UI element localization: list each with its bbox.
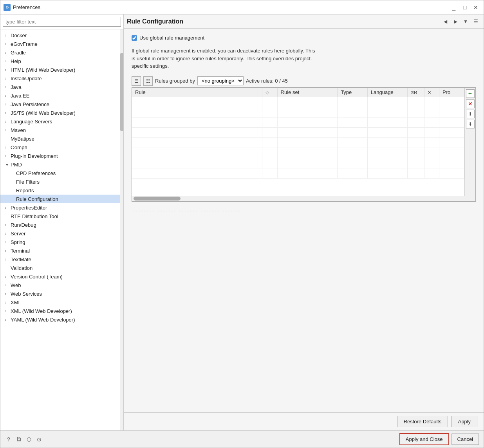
- tree-item[interactable]: ›XML (Wild Web Developer): [0, 307, 120, 315]
- grouped-by-select[interactable]: <no grouping> Rule set Type Language: [197, 76, 244, 85]
- expand-arrow-icon: ›: [5, 68, 11, 72]
- window-controls: ⎯ □ ✕: [449, 3, 480, 12]
- col-pro[interactable]: Pro: [439, 88, 464, 97]
- table-cell: [439, 168, 464, 178]
- info-icon[interactable]: ⊙: [36, 436, 43, 443]
- nav-dropdown-button[interactable]: ▼: [461, 17, 470, 26]
- tree-item[interactable]: ›Docker: [0, 31, 120, 40]
- expand-button[interactable]: ☷: [143, 76, 153, 86]
- table-row[interactable]: [132, 168, 464, 178]
- select-all-button[interactable]: ☰: [132, 76, 141, 86]
- table-row[interactable]: [132, 107, 464, 117]
- tree-item[interactable]: ›Java: [0, 83, 120, 91]
- col-type[interactable]: Type: [338, 88, 368, 97]
- bottom-bar-right: Apply and Close Cancel: [399, 433, 479, 445]
- add-rule-button[interactable]: +: [466, 89, 475, 98]
- table-cell: [277, 117, 338, 127]
- table-cell: [367, 168, 407, 178]
- col-diamond[interactable]: ◇: [262, 88, 277, 97]
- tree-item[interactable]: MyBatipse: [0, 134, 120, 143]
- nav-strip: Rule Configuration ◀ ▶ ▼ ☰: [124, 14, 484, 29]
- tree-item[interactable]: ›Oomph: [0, 143, 120, 152]
- horizontal-scrollbar[interactable]: [134, 197, 181, 201]
- col-ruleset[interactable]: Rule set: [277, 88, 338, 97]
- export-icon[interactable]: 🖺: [15, 436, 22, 443]
- expand-arrow-icon: ›: [5, 111, 11, 115]
- table-cell: [132, 158, 262, 168]
- table-row[interactable]: [132, 137, 464, 148]
- minimize-button[interactable]: ⎯: [449, 3, 459, 12]
- tree-item[interactable]: ›Java Persistence: [0, 100, 120, 108]
- tree-item[interactable]: ›Help: [0, 57, 120, 65]
- expand-arrow-icon: ▼: [5, 163, 11, 167]
- tree-item[interactable]: ›JS/TS (Wild Web Developer): [0, 108, 120, 117]
- rules-table: Rule ◇ Rule set Type Language ®R ✕ Pro: [132, 88, 464, 179]
- tree-item[interactable]: ›eGovFrame: [0, 40, 120, 48]
- restore-defaults-button[interactable]: Restore Defaults: [397, 416, 448, 427]
- filter-input-wrap: [0, 14, 123, 29]
- col-rule[interactable]: Rule: [132, 88, 262, 97]
- tree-item[interactable]: ›Maven: [0, 126, 120, 134]
- table-row[interactable]: [132, 127, 464, 137]
- tree-item[interactable]: ›TextMate: [0, 255, 120, 264]
- table-row[interactable]: [132, 158, 464, 168]
- tree-item[interactable]: ›Web Services: [0, 289, 120, 298]
- tree-item[interactable]: RTE Distribution Tool: [0, 212, 120, 220]
- table-row[interactable]: [132, 97, 464, 107]
- tree-item[interactable]: ›Run/Debug: [0, 220, 120, 229]
- import-icon[interactable]: ⬡: [25, 436, 33, 443]
- col-x[interactable]: ✕: [424, 88, 439, 97]
- tree-item[interactable]: File Filters: [0, 177, 120, 186]
- tree-item[interactable]: ›XML: [0, 298, 120, 307]
- tree-item[interactable]: CPD Preferences: [0, 169, 120, 177]
- cancel-button[interactable]: Cancel: [451, 434, 479, 445]
- tree-item[interactable]: ›PropertiesEditor: [0, 203, 120, 212]
- nav-forward-button[interactable]: ▶: [451, 17, 460, 26]
- close-button[interactable]: ✕: [471, 3, 480, 12]
- tree-item[interactable]: Reports: [0, 186, 120, 195]
- table-row[interactable]: [132, 148, 464, 158]
- tree-item[interactable]: ›Java EE: [0, 91, 120, 100]
- global-rule-checkbox-row: Use global rule management: [132, 35, 476, 41]
- tree-item-label: CPD Preferences: [16, 170, 56, 176]
- col-r[interactable]: ®R: [408, 88, 424, 97]
- global-rule-checkbox[interactable]: [132, 35, 137, 41]
- tree-item[interactable]: Validation: [0, 264, 120, 272]
- tree-item[interactable]: ›HTML (Wild Web Developer): [0, 65, 120, 74]
- filter-input[interactable]: [3, 17, 121, 27]
- table-cell: [439, 137, 464, 148]
- tree-item[interactable]: ›Plug-in Development: [0, 152, 120, 160]
- expand-arrow-icon: ›: [5, 128, 11, 132]
- nav-back-button[interactable]: ◀: [441, 17, 450, 26]
- table-cell: [439, 158, 464, 168]
- table-cell: [262, 97, 277, 107]
- col-language[interactable]: Language: [367, 88, 407, 97]
- tree-item[interactable]: ›Gradle: [0, 48, 120, 57]
- expand-arrow-icon: ›: [5, 249, 11, 253]
- remove-rule-button[interactable]: ✕: [466, 99, 475, 108]
- tree-item[interactable]: ›Spring: [0, 238, 120, 246]
- scrollbar-thumb[interactable]: [120, 53, 123, 131]
- expand-arrow-icon: ›: [5, 76, 11, 81]
- tree-item[interactable]: ›Version Control (Team): [0, 272, 120, 281]
- tree-item[interactable]: ›Server: [0, 229, 120, 238]
- expand-arrow-icon: ›: [5, 257, 11, 262]
- apply-button[interactable]: Apply: [451, 416, 477, 427]
- table-row[interactable]: [132, 117, 464, 127]
- apply-and-close-button[interactable]: Apply and Close: [399, 433, 449, 445]
- tree-item[interactable]: ›Install/Update: [0, 74, 120, 83]
- tree-item[interactable]: ›YAML (Wild Web Developer): [0, 315, 120, 324]
- maximize-button[interactable]: □: [460, 3, 470, 12]
- tree-item[interactable]: ›Language Servers: [0, 117, 120, 126]
- move-down-button[interactable]: ⬇: [466, 120, 475, 128]
- tree-item-label: Java EE: [11, 93, 29, 99]
- expand-arrow-icon: ›: [5, 206, 11, 210]
- tree-item[interactable]: Rule Configuration: [0, 195, 120, 203]
- nav-menu-button[interactable]: ☰: [471, 17, 480, 26]
- nav-actions: ◀ ▶ ▼ ☰: [441, 17, 480, 26]
- move-up-button[interactable]: ⬆: [466, 110, 475, 118]
- help-icon[interactable]: ?: [5, 436, 12, 443]
- tree-item[interactable]: ›Terminal: [0, 246, 120, 255]
- tree-item[interactable]: ›Web: [0, 281, 120, 289]
- tree-item[interactable]: ▼PMD: [0, 160, 120, 169]
